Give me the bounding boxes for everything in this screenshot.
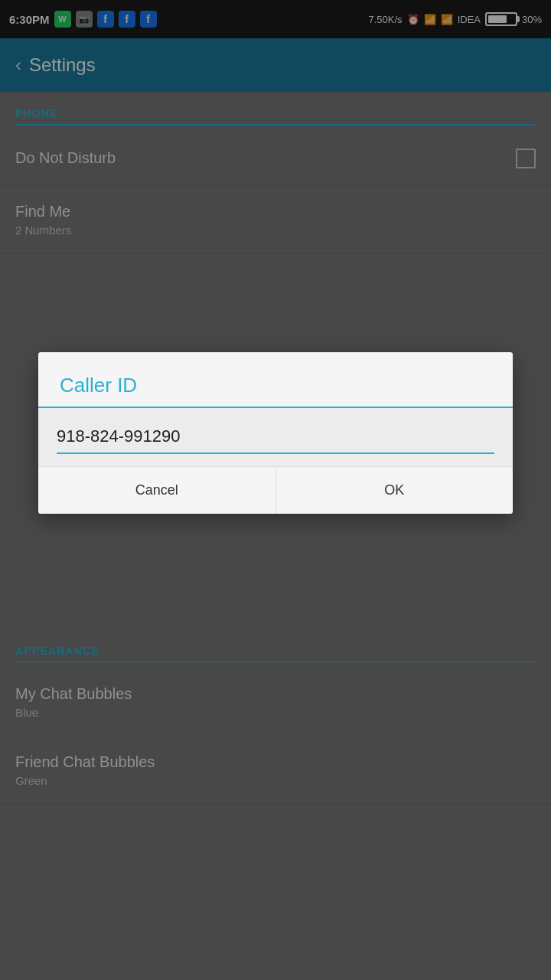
cancel-button[interactable]: Cancel xyxy=(38,467,276,514)
caller-id-input[interactable] xyxy=(57,423,494,449)
ok-button[interactable]: OK xyxy=(276,467,514,514)
caller-id-input-wrapper xyxy=(57,423,494,454)
dialog-actions: Cancel OK xyxy=(38,466,513,514)
dialog-title: Caller ID xyxy=(60,374,491,397)
dialog-body xyxy=(38,408,513,466)
dialog-title-area: Caller ID xyxy=(38,352,513,407)
caller-id-dialog: Caller ID Cancel OK xyxy=(38,352,513,514)
